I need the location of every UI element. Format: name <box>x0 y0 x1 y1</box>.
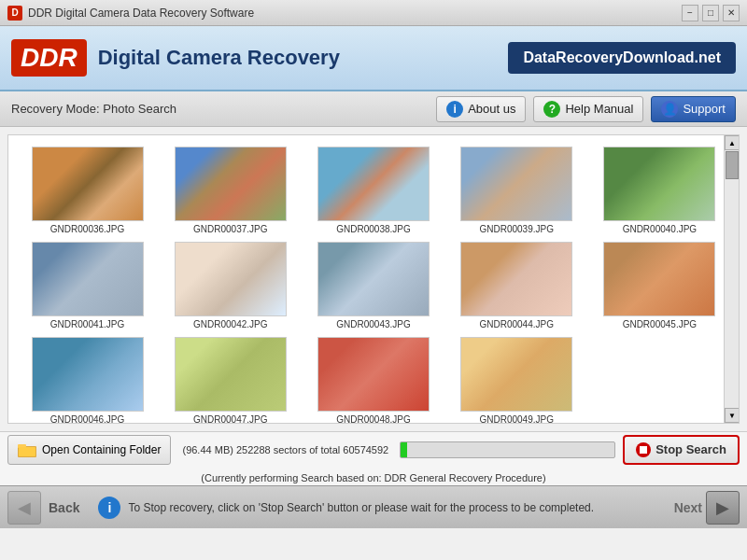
open-folder-button[interactable]: Open Containing Folder <box>7 435 171 465</box>
recovery-mode: Recovery Mode: Photo Search <box>11 102 176 116</box>
footer-info-icon: i <box>98 497 120 519</box>
photo-thumbnail <box>460 337 572 412</box>
help-manual-button[interactable]: ? Help Manual <box>533 96 643 122</box>
list-item[interactable]: GNDR00045.JPG <box>588 238 731 333</box>
maximize-button[interactable]: □ <box>702 5 719 21</box>
photo-label: GNDR00049.JPG <box>479 414 553 423</box>
svg-rect-2 <box>19 447 35 456</box>
photo-thumbnail <box>175 337 287 412</box>
back-button-label: Back <box>49 500 79 515</box>
titlebar: D DDR Digital Camera Data Recovery Softw… <box>0 0 747 26</box>
stop-search-button[interactable]: Stop Search <box>623 435 740 465</box>
photo-grid-container: GNDR00036.JPGGNDR00037.JPGGNDR00038.JPGG… <box>7 134 740 424</box>
site-badge: DataRecoveryDownload.net <box>508 42 736 74</box>
help-icon: ? <box>543 101 560 118</box>
close-button[interactable]: ✕ <box>723 5 740 21</box>
next-arrow-button[interactable]: ▶ <box>706 491 740 525</box>
list-item[interactable]: GNDR00040.JPG <box>588 143 731 238</box>
recovery-mode-value: Photo Search <box>103 102 176 116</box>
photo-thumbnail <box>460 242 572 316</box>
photo-thumbnail <box>603 242 715 316</box>
photo-grid: GNDR00036.JPGGNDR00037.JPGGNDR00038.JPGG… <box>8 135 739 423</box>
scrollbar[interactable]: ▲ ▼ <box>724 135 739 423</box>
photo-label: GNDR00045.JPG <box>623 319 697 329</box>
back-arrow-button[interactable]: ◀ <box>7 491 41 525</box>
support-button[interactable]: 👤 Support <box>651 96 736 122</box>
progress-row: Open Containing Folder (96.44 MB) 252288… <box>7 435 740 465</box>
open-folder-label: Open Containing Folder <box>42 443 161 456</box>
list-item[interactable]: GNDR00043.JPG <box>302 238 444 333</box>
photo-label: GNDR00041.JPG <box>50 319 124 329</box>
photo-label: GNDR00040.JPG <box>623 224 697 234</box>
list-item[interactable]: GNDR00041.JPG <box>16 238 159 333</box>
logo: DDR <box>11 39 87 77</box>
photo-thumbnail <box>32 147 144 221</box>
photo-thumbnail <box>175 242 287 316</box>
stop-search-label: Stop Search <box>655 442 726 456</box>
photo-thumbnail <box>317 337 430 412</box>
header: DDR Digital Camera Recovery DataRecovery… <box>0 26 747 91</box>
photo-label: GNDR00046.JPG <box>50 414 124 423</box>
list-item[interactable]: GNDR00049.JPG <box>445 333 588 423</box>
photo-label: GNDR00048.JPG <box>336 414 410 423</box>
titlebar-title: DDR Digital Camera Data Recovery Softwar… <box>28 7 682 20</box>
stop-icon <box>636 442 651 457</box>
folder-icon <box>18 442 36 457</box>
info-icon: i <box>446 101 463 118</box>
photo-label: GNDR00039.JPG <box>479 224 553 234</box>
list-item[interactable]: GNDR00037.JPG <box>159 143 302 238</box>
navbar: Recovery Mode: Photo Search i About us ?… <box>0 91 747 127</box>
scroll-thumb[interactable] <box>726 151 739 179</box>
next-group: Next ▶ <box>670 491 740 525</box>
list-item[interactable]: GNDR00039.JPG <box>445 143 588 238</box>
about-us-button[interactable]: i About us <box>436 96 526 122</box>
photo-thumbnail <box>317 242 430 316</box>
support-icon: 👤 <box>661 101 678 118</box>
sector-info: (96.44 MB) 252288 sectors of total 60574… <box>178 444 392 455</box>
photo-thumbnail <box>317 147 430 221</box>
help-label: Help Manual <box>565 102 633 116</box>
brand-title: Digital Camera Recovery <box>98 46 509 70</box>
scroll-up-arrow[interactable]: ▲ <box>725 135 740 150</box>
photo-thumbnail <box>175 147 287 221</box>
support-label: Support <box>683 102 726 116</box>
photo-label: GNDR00038.JPG <box>336 224 410 234</box>
app-icon: D <box>7 6 22 21</box>
stop-icon-inner <box>640 446 647 454</box>
search-status: (Currently performing Search based on: D… <box>7 472 740 483</box>
photo-thumbnail <box>32 337 144 412</box>
window-controls: − □ ✕ <box>682 5 740 21</box>
progress-bar <box>400 441 615 458</box>
list-item[interactable]: GNDR00036.JPG <box>16 143 159 238</box>
bottom-bar: Open Containing Folder (96.44 MB) 252288… <box>0 431 747 485</box>
about-label: About us <box>468 102 515 116</box>
scroll-down-arrow[interactable]: ▼ <box>725 408 740 423</box>
list-item[interactable]: GNDR00038.JPG <box>302 143 444 238</box>
photo-label: GNDR00043.JPG <box>336 319 410 329</box>
scroll-track[interactable] <box>725 150 739 408</box>
photo-label: GNDR00044.JPG <box>479 319 553 329</box>
photo-label: GNDR00037.JPG <box>193 224 267 234</box>
recovery-mode-label: Recovery Mode: <box>11 102 100 116</box>
list-item[interactable]: GNDR00042.JPG <box>159 238 302 333</box>
photo-label: GNDR00047.JPG <box>193 414 267 423</box>
list-item[interactable]: GNDR00048.JPG <box>302 333 444 423</box>
next-button-label: Next <box>674 500 702 515</box>
photo-label: GNDR00036.JPG <box>50 224 124 234</box>
list-item[interactable]: GNDR00044.JPG <box>445 238 588 333</box>
footer: ◀ Back i To Stop recovery, click on 'Sto… <box>0 485 747 528</box>
footer-message: To Stop recovery, click on 'Stop Search'… <box>128 501 662 514</box>
list-item[interactable]: GNDR00046.JPG <box>16 333 159 423</box>
photo-thumbnail <box>460 147 572 221</box>
photo-thumbnail <box>32 242 144 316</box>
list-item[interactable]: GNDR00047.JPG <box>159 333 302 423</box>
photo-label: GNDR00042.JPG <box>193 319 267 329</box>
minimize-button[interactable]: − <box>682 5 698 21</box>
photo-thumbnail <box>603 147 715 221</box>
progress-bar-fill <box>401 442 407 457</box>
